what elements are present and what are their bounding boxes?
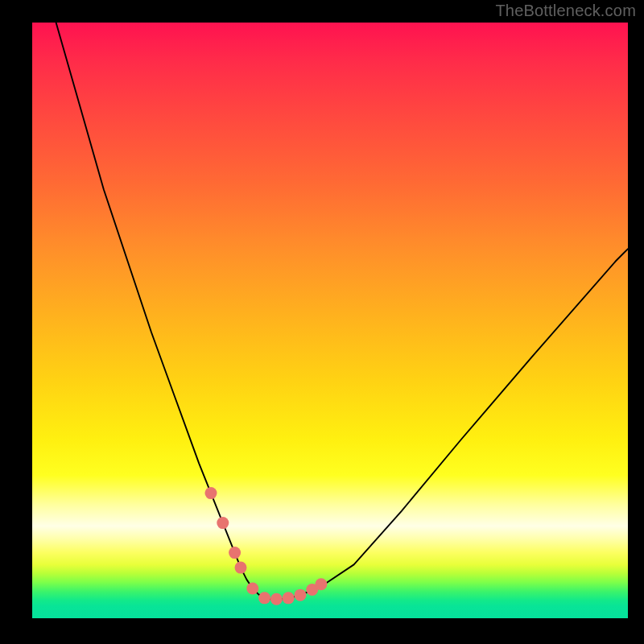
marker-point — [246, 583, 258, 595]
marker-point — [283, 592, 295, 604]
marker-point — [270, 593, 283, 605]
marker-point — [295, 589, 307, 601]
marker-point — [315, 578, 327, 590]
watermark-text: TheBottleneck.com — [495, 2, 636, 20]
marker-point — [235, 562, 247, 574]
chart-svg — [32, 23, 628, 618]
marker-group — [205, 487, 328, 605]
chart-stage: TheBottleneck.com — [0, 0, 644, 644]
marker-point — [258, 592, 270, 604]
marker-point — [229, 547, 241, 559]
marker-point — [217, 517, 229, 529]
bottleneck-curve — [56, 23, 628, 599]
marker-point — [205, 487, 217, 499]
plot-area — [32, 23, 628, 618]
